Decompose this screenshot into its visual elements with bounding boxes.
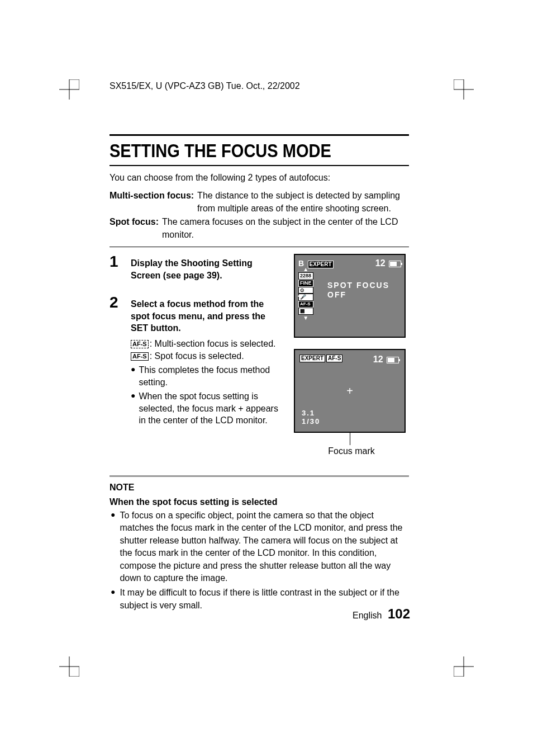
title-rule-bottom [110, 165, 409, 166]
note-subheading: When the spot focus setting is selected [110, 497, 409, 507]
battery-icon [389, 261, 401, 267]
svg-rect-9 [454, 667, 464, 677]
page-footer: English 102 [353, 606, 410, 622]
lcd-count: 12 [373, 355, 383, 364]
battery-icon [387, 357, 399, 363]
def-text: The camera focuses on the subject in the… [162, 216, 409, 241]
afs-multi-icon: AF-S [131, 340, 149, 348]
afs-spot-icon: AF-S [131, 352, 149, 361]
note-heading: NOTE [110, 483, 409, 493]
footer-language: English [353, 611, 382, 620]
crop-mark-bl [59, 656, 79, 677]
bullet-text: When the spot focus setting is selected,… [139, 390, 283, 427]
step-title: Display the Shooting Setting Screen (see… [131, 257, 283, 281]
lcd-menu-text: SPOT FOCUS OFF [327, 281, 389, 300]
lcd-exposure-info: 3.1 1/30 [302, 409, 320, 426]
callout-line [350, 433, 350, 445]
lcd-bars-icon: ▦ [298, 308, 313, 315]
crop-mark-tl [59, 79, 79, 100]
def-text: The distance to the subject is detected … [197, 190, 409, 215]
lcd-screen-1: B EXPERT 12 ▲ 2288 FINE ⊙ 🎤 [294, 254, 406, 338]
arrow-up-icon: ▲ [298, 266, 313, 272]
document-header: SX515/EX, U (VPC-AZ3 GB) Tue. Oct., 22/2… [110, 81, 300, 91]
lcd-expert-badge: EXPERT [299, 355, 325, 362]
step-title: Select a focus method from the spot focu… [131, 298, 283, 334]
page-number: 102 [388, 606, 410, 621]
bullet-icon: ● [111, 509, 115, 584]
def-label: Multi-section focus: [110, 190, 194, 215]
icon-line: AF-S: Multi-section focus is selected. [131, 338, 283, 350]
svg-rect-3 [454, 79, 464, 89]
step-number: 1 [110, 254, 123, 285]
bullet-icon: ● [131, 390, 135, 427]
icon-line: AF-S: Spot focus is selected. [131, 350, 283, 362]
section-rule [110, 247, 409, 247]
page-title: SETTING THE FOCUS MODE [110, 140, 373, 162]
icon-text: : Spot focus is selected. [150, 351, 244, 361]
svg-rect-6 [69, 667, 79, 677]
bullet-text: To focus on a specific object, point the… [120, 509, 409, 584]
arrow-down-icon: ▼ [298, 315, 313, 321]
svg-rect-0 [69, 79, 79, 89]
lcd-afs-badge: AF-S [298, 301, 313, 308]
bullet-item: ● This completes the focus method settin… [131, 364, 283, 388]
step-number: 2 [110, 295, 123, 427]
bullet-icon: ● [111, 587, 115, 612]
focus-mark-icon: + [346, 384, 353, 397]
arrow-left-icon: ◄ [296, 292, 303, 300]
bullet-icon: ● [131, 364, 135, 388]
focus-mark-label: Focus mark [294, 446, 409, 456]
step-1: 1 Display the Shooting Setting Screen (s… [110, 254, 283, 285]
lcd-size-badge: 2288 [298, 272, 313, 280]
crop-mark-br [454, 656, 474, 677]
lcd-fine-badge: FINE [298, 280, 313, 287]
crop-mark-tr [454, 79, 474, 100]
bullet-text: This completes the focus method setting. [139, 364, 283, 388]
lcd-screen-2: EXPERT AF-S 12 + 3.1 1/30 [294, 349, 406, 433]
icon-text: : Multi-section focus is selected. [150, 339, 276, 348]
def-label: Spot focus: [110, 216, 159, 241]
intro-text: You can choose from the following 2 type… [110, 172, 409, 184]
definition-list: Multi-section focus: The distance to the… [110, 190, 409, 241]
title-rule-top [110, 134, 409, 136]
lcd-count: 12 [375, 258, 386, 268]
note-rule [110, 475, 409, 477]
bullet-item: ● When the spot focus setting is selecte… [131, 390, 283, 427]
note-bullet: ● To focus on a specific object, point t… [110, 509, 409, 584]
lcd-afs-badge: AF-S [326, 355, 342, 362]
step-2: 2 Select a focus method from the spot fo… [110, 295, 283, 427]
note-section: NOTE When the spot focus setting is sele… [110, 475, 409, 612]
